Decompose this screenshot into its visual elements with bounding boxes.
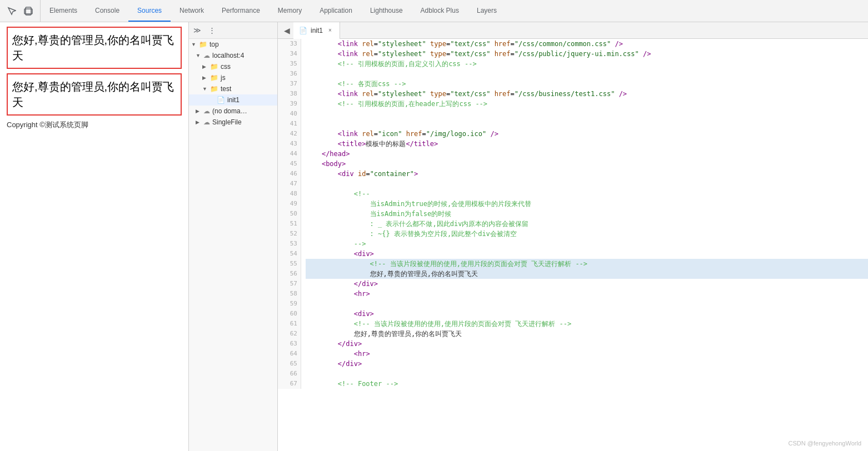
source-panel-inner: ≫ ⋮ ▼ 📁 top ▼ ☁ localhost:4 ▶ 📁 css [189,22,868,451]
code-line[interactable] [306,369,868,379]
code-line[interactable]: <!-- Footer --> [306,379,868,389]
tab-network[interactable]: Network [171,0,213,22]
code-line[interactable]: <!-- 引用模板的页面,自定义引入的css --> [306,59,868,69]
tree-item-localhost[interactable]: ▼ ☁ localhost:4 [189,50,277,61]
file-tab-close[interactable]: × [326,27,334,34]
cloud-icon-nodomain: ☁ [203,107,210,115]
line-number: 38 [278,89,297,99]
tab-console[interactable]: Console [86,0,128,22]
code-line[interactable]: : _ 表示什么都不做,因此div内原本的内容会被保留 [306,219,868,229]
line-number: 33 [278,39,297,49]
file-tab-init1[interactable]: 📄 init1 × [293,22,340,39]
preview-box-1: 您好,尊贵的管理员,你的名叫贾飞 天 [7,27,182,69]
line-number: 63 [278,339,297,349]
code-line[interactable]: <div> [306,249,868,259]
tree-label-singlefile: SingleFile [212,118,242,126]
code-line[interactable]: <!-- 当该片段被使用的使用,使用片段的页面会对贾 飞天进行解析 --> [306,259,868,269]
preview-footer: Copyright ©测试系统页脚 [7,120,182,130]
tree-arrow-test: ▼ [202,86,208,92]
tab-lighthouse[interactable]: Lighthouse [361,0,412,22]
code-line[interactable]: <link rel="stylesheet" type="text/css" h… [306,49,868,59]
tree-more-btn[interactable]: ≫ [191,24,203,37]
device-icon[interactable] [21,4,36,18]
tab-adblock[interactable]: Adblock Plus [412,0,468,22]
file-tabs: ◀ 📄 init1 × [278,22,868,39]
code-line[interactable]: 当isAdmin为false的时候 [306,209,868,219]
code-line[interactable]: </head> [306,149,868,159]
tab-layers[interactable]: Layers [468,0,506,22]
tab-sources[interactable]: Sources [128,0,171,22]
code-line[interactable]: <!-- 当该片段被使用的使用,使用片段的页面会对贾 飞天进行解析 --> [306,319,868,329]
code-line[interactable]: <title>模板中的标题</title> [306,139,868,149]
line-number: 47 [278,179,297,189]
code-line[interactable]: <link rel="icon" href="/img/logo.ico" /> [306,129,868,139]
preview-text-3: 您好,尊贵的管理员,你的名叫贾飞 [12,81,174,93]
tree-arrow-singlefile: ▶ [196,119,201,125]
code-line[interactable]: </div> [306,339,868,349]
code-line[interactable]: <link rel="stylesheet" type="text/css" h… [306,39,868,49]
editor-pane: ◀ 📄 init1 × 3334353637383940414243444546… [278,22,868,451]
code-line[interactable]: 您好,尊贵的管理员,你的名叫贾飞天 [306,269,868,279]
tree-label-css: css [221,63,231,71]
tab-performance[interactable]: Performance [213,0,269,22]
line-number: 51 [278,219,297,229]
tree-arrow-nodomain: ▶ [196,108,201,114]
code-line[interactable]: : ~{} 表示替换为空片段,因此整个div会被清空 [306,229,868,239]
tab-application[interactable]: Application [311,0,361,22]
tab-memory[interactable]: Memory [269,0,311,22]
inspect-icon[interactable] [4,4,19,18]
code-line[interactable]: 您好,尊贵的管理员,你的名叫贾飞天 [306,329,868,339]
source-tree-pane: ≫ ⋮ ▼ 📁 top ▼ ☁ localhost:4 ▶ 📁 css [189,22,278,451]
tree-menu-btn[interactable]: ⋮ [206,24,218,37]
code-line[interactable]: <div> [306,309,868,319]
tree-item-js[interactable]: ▶ 📁 js [189,72,277,83]
code-line[interactable]: <hr> [306,349,868,359]
code-line[interactable]: <!-- 各页面css --> [306,79,868,89]
code-line[interactable]: <!-- 引用模板的页面,在header上写的css --> [306,99,868,109]
line-number: 41 [278,119,297,129]
file-icon-init1: 📄 [217,96,225,104]
tree-arrow: ▼ [191,42,197,47]
cloud-icon-localhost: ☁ [203,52,210,59]
code-line[interactable] [306,299,868,309]
code-line[interactable]: <link rel="stylesheet" type="text/css" h… [306,89,868,99]
tab-elements[interactable]: Elements [41,0,86,22]
code-line[interactable]: <!-- [306,189,868,199]
line-number: 54 [278,249,297,259]
file-tab-icon: 📄 [299,27,307,34]
code-line[interactable]: <div id="container"> [306,169,868,179]
file-tab-label: init1 [311,27,323,34]
code-line[interactable] [306,179,868,189]
watermark: CSDN @fengyehongWorld [789,440,861,447]
tree-item-top[interactable]: ▼ 📁 top [189,39,277,50]
tree-item-singlefile[interactable]: ▶ ☁ SingleFile [189,117,277,128]
source-panel: ≫ ⋮ ▼ 📁 top ▼ ☁ localhost:4 ▶ 📁 css [189,22,868,451]
tree-label-test: test [221,85,231,93]
code-line[interactable]: --> [306,239,868,249]
line-number: 57 [278,279,297,289]
code-line[interactable] [306,109,868,119]
code-line[interactable]: </div> [306,279,868,289]
folder-icon-css: 📁 [210,63,218,71]
line-number: 59 [278,299,297,309]
preview-text-4: 天 [12,96,23,108]
tabs-back-btn[interactable]: ◀ [280,24,293,37]
tree-label-js: js [221,74,226,82]
code-line[interactable]: </div> [306,359,868,369]
tree-label-nodomain: (no doma… [212,107,247,115]
line-number: 44 [278,149,297,159]
tree-item-css[interactable]: ▶ 📁 css [189,61,277,72]
tree-item-init1[interactable]: 📄 init1 [189,94,277,106]
tree-toolbar: ≫ ⋮ [189,22,277,39]
tree-item-nodomain[interactable]: ▶ ☁ (no doma… [189,106,277,117]
code-line[interactable]: <body> [306,159,868,169]
code-line[interactable]: 当isAdmin为true的时候,会使用模板中的片段来代替 [306,199,868,209]
nav-tabs: Elements Console Sources Network Perform… [41,0,868,22]
line-number: 49 [278,199,297,209]
code-line[interactable]: <hr> [306,289,868,299]
tree-label-init1: init1 [227,96,240,104]
folder-icon-js: 📁 [210,74,218,82]
tree-item-test[interactable]: ▼ 📁 test [189,83,277,94]
code-line[interactable] [306,119,868,129]
code-line[interactable] [306,69,868,79]
